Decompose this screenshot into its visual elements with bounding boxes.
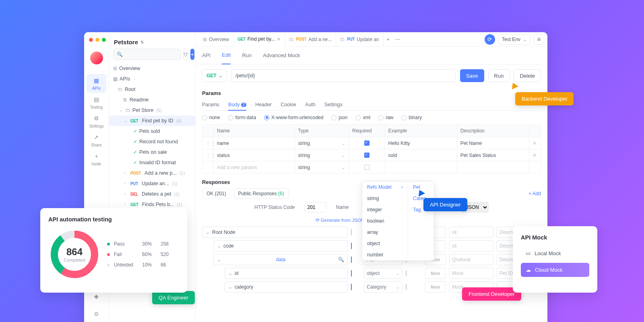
delete-button[interactable]: Delete (514, 69, 541, 82)
rail-item-settings[interactable]: ⚙Settings (87, 112, 106, 131)
required-checkbox[interactable] (351, 243, 352, 249)
param-example[interactable]: Hello Kitty (385, 137, 457, 149)
delete-row-icon[interactable]: ✕ (529, 149, 541, 161)
required-checkbox[interactable] (351, 229, 352, 235)
tree-overview[interactable]: ⊞Overview (109, 63, 195, 74)
tree-readme[interactable]: 🗎Readme (109, 95, 195, 105)
menu-button[interactable]: ≡ (534, 34, 544, 45)
schema-name[interactable]: ⌄code (213, 240, 348, 252)
tab-menu[interactable]: ⋯ (393, 32, 402, 47)
add-button[interactable]: + (190, 49, 194, 60)
type-option[interactable]: string (362, 193, 408, 204)
editor-tab[interactable]: ⊞Overview (199, 32, 233, 47)
close-window-icon[interactable] (89, 38, 93, 42)
param-tab-header[interactable]: Header (255, 99, 272, 110)
tree-root[interactable]: 🗀Root (109, 84, 195, 95)
response-tab[interactable]: OK (201) (202, 188, 231, 199)
schema-name[interactable]: ⌄Root Node (202, 227, 348, 238)
required-checkbox[interactable] (351, 270, 352, 277)
encoding-none[interactable]: none (202, 115, 220, 120)
env-select[interactable]: Test Env ⌄ (498, 34, 530, 45)
tree-endpoint[interactable]: ›POSTAdd a new p...(1) (109, 168, 195, 178)
type-option[interactable]: array (362, 227, 408, 238)
sidebar-search-input[interactable] (113, 49, 181, 60)
nullable-checkbox[interactable] (406, 270, 407, 277)
maximize-window-icon[interactable] (102, 38, 106, 42)
required-checkbox[interactable] (364, 165, 369, 170)
param-name[interactable]: name (214, 137, 295, 149)
rail-item-apis[interactable]: ▦APIs (87, 74, 106, 93)
param-tab-auth[interactable]: Auth (305, 99, 316, 110)
minimize-window-icon[interactable] (95, 38, 99, 42)
local-mock-option[interactable]: ▭Local Mock (521, 246, 589, 260)
mock-input[interactable]: Qnatural (449, 254, 493, 265)
tree-example[interactable]: ✓Pets on sale (109, 147, 195, 157)
mock-input[interactable]: ck (449, 227, 493, 238)
param-desc[interactable]: Pet Sales Status (457, 149, 529, 161)
encoding-raw[interactable]: raw (378, 115, 393, 120)
param-tab-params[interactable]: Params (202, 99, 219, 110)
drag-handle-icon[interactable]: ⋮⋮ (202, 137, 214, 149)
param-name[interactable]: status (214, 149, 295, 161)
required-checkbox[interactable] (364, 140, 369, 146)
mock-input[interactable]: Mock (449, 268, 493, 279)
tree-endpoint[interactable]: ⌄GETFind pet by ID(4) (109, 116, 195, 126)
sync-button[interactable]: ⟳ (485, 34, 495, 45)
rail-item-invite[interactable]: +Invite (87, 150, 106, 169)
close-tab-icon[interactable]: ✕ (277, 37, 281, 42)
encoding-json[interactable]: json (331, 115, 347, 120)
schema-name[interactable]: ⌄id (225, 268, 348, 279)
http-status-input[interactable] (305, 202, 326, 213)
url-input[interactable] (231, 69, 456, 82)
subtab-api[interactable]: API (202, 47, 211, 64)
type-option[interactable]: number (362, 249, 408, 260)
param-type[interactable]: string⌄ (295, 149, 349, 161)
type-option[interactable]: object (362, 238, 408, 249)
cloud-mock-option[interactable]: ☁Cloud Mock (521, 263, 589, 277)
method-select[interactable]: GET⌄ (202, 69, 227, 82)
editor-tab[interactable]: 🗀POSTAdd a ne... (285, 32, 336, 47)
param-type[interactable]: string⌄ (295, 137, 349, 149)
encoding-binary[interactable]: binary (401, 115, 422, 120)
settings-gear-icon[interactable]: ⚙ (93, 310, 101, 318)
required-checkbox[interactable] (364, 153, 369, 158)
tree-example[interactable]: ✓Pets sold (109, 126, 195, 136)
rail-item-testing[interactable]: ▤Testing (87, 93, 106, 112)
tree-apis[interactable]: ▦APIs· (109, 74, 195, 84)
tree-petstore[interactable]: ⌄🗀Pet Store(5) (109, 105, 195, 116)
tree-example[interactable]: ✓Invalid ID format (109, 157, 195, 168)
schema-name[interactable]: ⌄category (225, 281, 348, 293)
schema-name[interactable]: ⌄data🔍 (213, 254, 348, 265)
subtab-edit[interactable]: Edit (222, 47, 231, 64)
required-checkbox[interactable] (351, 256, 352, 263)
schema-type-select[interactable]: Category⌄ (364, 281, 402, 293)
param-desc[interactable]: Pet Name (457, 137, 529, 149)
run-button[interactable]: Run (488, 69, 510, 82)
filter-button[interactable]: ▽ (183, 49, 188, 60)
param-tab-cookie[interactable]: Cookie (281, 99, 296, 110)
project-selector[interactable]: Petstore ⇅ (109, 32, 195, 49)
more-button[interactable]: More (425, 268, 446, 279)
encoding-form-data[interactable]: form-data (228, 115, 256, 120)
notification-icon[interactable]: ◆ (93, 292, 101, 300)
rail-item-share[interactable]: ↗Share (87, 131, 106, 150)
response-tab[interactable]: Public Responses (6) (234, 188, 289, 199)
subtab-run[interactable]: Run (242, 47, 252, 64)
tree-endpoint[interactable]: ›PUTUpdate an...(1) (109, 178, 195, 189)
type-option[interactable]: integer (362, 204, 408, 215)
tree-example[interactable]: ✓Record not found (109, 136, 195, 147)
schema-type-select[interactable]: object⌄ (364, 268, 402, 279)
more-button[interactable]: More (425, 281, 446, 293)
param-tab-body[interactable]: Body2 (228, 99, 246, 111)
refs-model-header[interactable]: Refs Model› (362, 182, 408, 193)
drag-handle-icon[interactable]: ⋮⋮ (202, 149, 214, 161)
delete-row-icon[interactable]: ✕ (529, 137, 541, 149)
subtab-advanced-mock[interactable]: Advanced Mock (263, 47, 300, 64)
add-response-link[interactable]: + Add (528, 191, 541, 196)
new-tab-button[interactable]: + (384, 32, 393, 47)
nullable-checkbox[interactable] (406, 284, 407, 290)
param-tab-settings[interactable]: Settings (324, 99, 343, 110)
mock-input[interactable]: ck (449, 240, 493, 252)
type-option[interactable]: boolean (362, 215, 408, 227)
avatar[interactable] (90, 52, 103, 64)
